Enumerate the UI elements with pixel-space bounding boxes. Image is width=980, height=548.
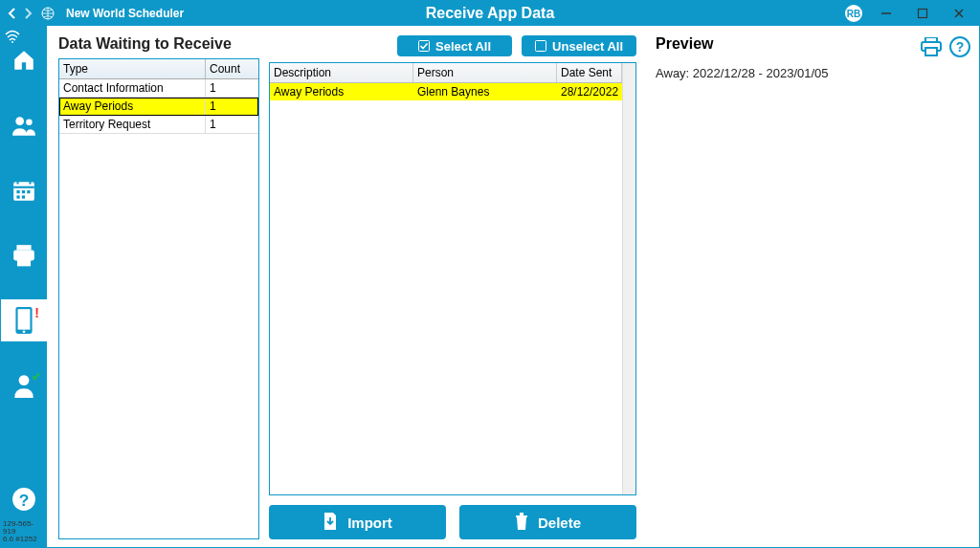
col-count-header[interactable]: Count [206, 59, 258, 78]
svg-rect-26 [419, 41, 430, 52]
svg-text:?: ? [19, 491, 30, 510]
sidebar-calendar[interactable] [1, 169, 47, 211]
svg-rect-2 [919, 10, 927, 18]
sidebar-people[interactable] [1, 104, 47, 146]
check-square-icon [418, 40, 430, 52]
svg-rect-10 [16, 190, 19, 193]
titlebar: New World Scheduler Receive App Data RB [1, 1, 979, 26]
sidebar-user[interactable]: ✔ [1, 364, 47, 406]
check-badge-icon: ✔ [32, 370, 41, 384]
svg-rect-32 [925, 48, 937, 55]
col-type-header[interactable]: Type [59, 59, 206, 78]
svg-rect-15 [16, 245, 31, 250]
detail-table: Description Person Date Sent Away Period… [269, 62, 636, 495]
sidebar-home[interactable] [1, 39, 47, 81]
globe-icon [41, 7, 55, 20]
data-waiting-title: Data Waiting to Receive [58, 35, 259, 53]
type-row[interactable]: Territory Request 1 [59, 116, 258, 134]
window-minimize-button[interactable] [874, 4, 899, 23]
scrollbar[interactable] [622, 63, 635, 494]
svg-rect-13 [16, 195, 19, 198]
svg-rect-27 [536, 41, 546, 52]
sidebar-print[interactable] [1, 234, 47, 276]
svg-rect-11 [22, 190, 25, 193]
page-title: Receive App Data [426, 5, 555, 22]
svg-rect-29 [520, 513, 523, 515]
type-table: Type Count Contact Information 1 Away Pe… [58, 58, 259, 539]
print-button[interactable] [920, 35, 943, 58]
svg-rect-9 [13, 186, 34, 188]
svg-point-4 [15, 117, 24, 125]
sidebar: ! ✔ ? 129-565-919 6.6 #1252 [1, 26, 47, 547]
status-line1: 129-565-919 [1, 520, 47, 536]
svg-rect-28 [516, 515, 527, 517]
user-avatar[interactable]: RB [845, 5, 862, 22]
svg-rect-12 [27, 190, 30, 193]
type-row[interactable]: Away Periods 1 [59, 98, 258, 116]
nav-back-icon[interactable] [7, 8, 18, 19]
svg-point-22 [23, 330, 26, 333]
preview-title: Preview [656, 35, 713, 53]
col-date-sent-header[interactable]: Date Sent [557, 63, 622, 82]
import-icon [323, 513, 338, 533]
sidebar-mobile[interactable]: ! [1, 299, 47, 341]
empty-square-icon [535, 40, 546, 52]
svg-point-5 [26, 120, 32, 126]
preview-text: Away: 2022/12/28 - 2023/01/05 [656, 66, 971, 80]
svg-rect-19 [18, 257, 31, 266]
svg-rect-21 [18, 309, 31, 329]
nav-forward-icon[interactable] [22, 8, 33, 19]
col-description-header[interactable]: Description [270, 63, 413, 82]
svg-text:?: ? [956, 39, 965, 55]
svg-point-23 [19, 375, 30, 385]
svg-rect-14 [22, 195, 25, 198]
col-person-header[interactable]: Person [413, 63, 557, 82]
app-name: New World Scheduler [66, 7, 184, 20]
svg-rect-8 [29, 179, 31, 184]
svg-rect-7 [16, 179, 18, 184]
select-all-button[interactable]: Select All [397, 35, 512, 56]
window-maximize-button[interactable] [910, 4, 935, 23]
import-button[interactable]: Import [269, 505, 446, 539]
delete-button[interactable]: Delete [459, 505, 636, 539]
window-close-button[interactable] [947, 4, 971, 23]
type-row[interactable]: Contact Information 1 [59, 79, 258, 98]
status-line2: 6.6 #1252 [1, 536, 47, 543]
help-button[interactable]: ? [948, 35, 971, 58]
trash-icon [515, 513, 528, 533]
alert-badge-icon: ! [34, 305, 39, 320]
unselect-all-button[interactable]: Unselect All [522, 35, 636, 56]
detail-row[interactable]: Away Periods Glenn Baynes 28/12/2022 [270, 83, 622, 100]
sidebar-help[interactable]: ? [1, 478, 47, 520]
